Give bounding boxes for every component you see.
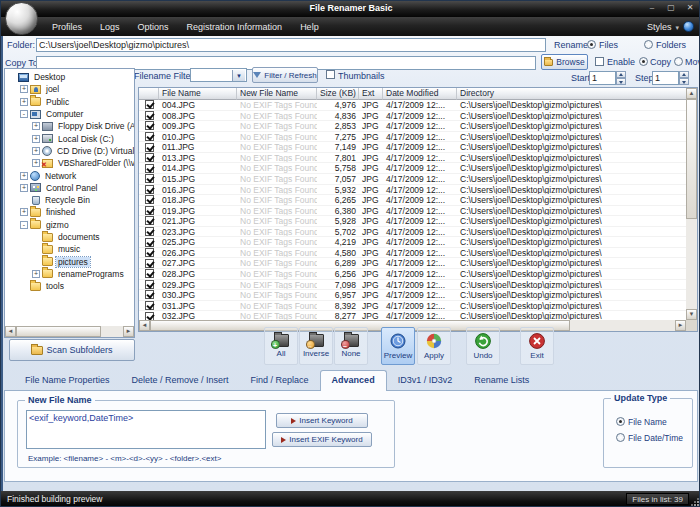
table-row[interactable]: 031.JPGNo EXIF Tags Found8,392JPG4/17/20… xyxy=(139,301,686,312)
tree-expander-icon[interactable]: + xyxy=(32,147,40,155)
header-checkbox-column[interactable] xyxy=(139,88,159,100)
table-row[interactable]: 030.JPGNo EXIF Tags Found6,957JPG4/17/20… xyxy=(139,290,686,301)
tree-expander-icon[interactable]: + xyxy=(20,172,28,180)
table-row[interactable]: 023.JPGNo EXIF Tags Found5,702JPG4/17/20… xyxy=(139,227,686,238)
tab-find-replace[interactable]: Find / Replace xyxy=(240,371,320,390)
table-row[interactable]: 025.JPGNo EXIF Tags Found4,219JPG4/17/20… xyxy=(139,237,686,248)
tree-item-vbsharedfolder-vboxsvr-2[interactable]: +VBSharedFolder (\\vboxsvr) (2 xyxy=(5,157,134,169)
tree-item-desktop[interactable]: Desktop xyxy=(5,71,134,83)
tree-item-joel[interactable]: +joel xyxy=(5,83,134,95)
table-row[interactable]: 032.JPGNo EXIF Tags Found8,277JPG4/17/20… xyxy=(139,311,686,320)
move-label[interactable]: Move xyxy=(685,57,700,67)
select-all-button[interactable]: All xyxy=(264,327,298,365)
rename-files-radio[interactable] xyxy=(587,40,596,49)
insert-keyword-button[interactable]: Insert Keyword xyxy=(276,413,368,428)
spin-up-icon[interactable] xyxy=(679,71,689,78)
row-checkbox[interactable] xyxy=(145,312,154,320)
tree-expander-icon[interactable]: + xyxy=(32,159,40,167)
scroll-right-icon[interactable] xyxy=(123,326,134,337)
row-checkbox[interactable] xyxy=(145,143,154,152)
row-checkbox[interactable] xyxy=(145,227,154,236)
menu-logs[interactable]: Logs xyxy=(91,20,129,34)
step-input[interactable] xyxy=(652,71,679,85)
table-row[interactable]: 016.JPGNo EXIF Tags Found5,932JPG4/17/20… xyxy=(139,185,686,196)
folder-input[interactable] xyxy=(36,38,546,52)
row-checkbox[interactable] xyxy=(145,174,154,183)
scroll-left-icon[interactable] xyxy=(5,326,16,337)
header-date-modified[interactable]: Date Modified xyxy=(383,88,457,100)
copy-label[interactable]: Copy xyxy=(650,57,671,67)
select-inverse-button[interactable]: Inverse xyxy=(299,327,333,365)
scrollbar-track[interactable] xyxy=(570,320,675,331)
rename-files-label[interactable]: Files xyxy=(599,40,618,50)
update-file-datetime-radio[interactable] xyxy=(616,433,625,442)
undo-button[interactable]: Undo xyxy=(466,327,500,365)
tab-advanced[interactable]: Advanced xyxy=(320,370,387,391)
tree-expander-icon[interactable]: + xyxy=(20,98,28,106)
menu-profiles[interactable]: Profiles xyxy=(43,20,91,34)
browse-button[interactable]: Browse xyxy=(541,54,588,70)
maximize-button-icon[interactable] xyxy=(666,2,676,13)
rename-folders-label[interactable]: Folders xyxy=(656,40,686,50)
tab-rename-lists[interactable]: Rename Lists xyxy=(463,371,540,390)
tree-item-finished[interactable]: +finished xyxy=(5,206,134,218)
app-logo-icon[interactable] xyxy=(5,2,38,35)
enable-label[interactable]: Enable xyxy=(607,57,635,67)
scrollbar-thumb[interactable] xyxy=(686,99,697,219)
row-checkbox[interactable] xyxy=(145,206,154,215)
minimize-button-icon[interactable] xyxy=(647,2,657,13)
tree-item-network[interactable]: +Network xyxy=(5,169,134,181)
thumbnails-label[interactable]: Thumbnails xyxy=(338,71,385,81)
table-row[interactable]: 011.JPGNo EXIF Tags Found7,149JPG4/17/20… xyxy=(139,142,686,153)
table-row[interactable]: 013.JPGNo EXIF Tags Found7,801JPG4/17/20… xyxy=(139,153,686,164)
start-spinner[interactable] xyxy=(616,71,626,85)
table-row[interactable]: 014.JPGNo EXIF Tags Found5,758JPG4/17/20… xyxy=(139,163,686,174)
table-row[interactable]: 021.JPGNo EXIF Tags Found5,928JPG4/17/20… xyxy=(139,216,686,227)
row-checkbox[interactable] xyxy=(145,111,154,120)
menu-options[interactable]: Options xyxy=(129,20,178,34)
header-file-name[interactable]: File Name xyxy=(159,88,237,100)
enable-checkbox[interactable] xyxy=(595,57,604,66)
tree-item-music[interactable]: music xyxy=(5,243,134,255)
thumbnails-checkbox[interactable] xyxy=(326,70,335,79)
tree-expander-icon[interactable]: + xyxy=(32,270,40,278)
tree-item-computer[interactable]: -Computer xyxy=(5,108,134,120)
scrollbar-track[interactable] xyxy=(101,326,123,337)
row-checkbox[interactable] xyxy=(145,100,154,109)
update-file-name-label[interactable]: File Name xyxy=(628,417,667,427)
apply-button[interactable]: Apply xyxy=(417,327,451,365)
filename-filter-dropdown[interactable] xyxy=(190,68,247,82)
scroll-right-icon[interactable] xyxy=(675,320,686,331)
start-input[interactable] xyxy=(589,71,616,85)
tree-item-tools[interactable]: tools xyxy=(5,280,134,292)
row-checkbox[interactable] xyxy=(145,269,154,278)
header-ext[interactable]: Ext xyxy=(359,88,383,100)
header-directory[interactable]: Directory xyxy=(457,88,686,100)
table-row[interactable]: 004.JPGNo EXIF Tags Found4,976JPG4/17/20… xyxy=(139,100,686,111)
table-row[interactable]: 028.JPGNo EXIF Tags Found6,256JPG4/17/20… xyxy=(139,269,686,280)
tree-expander-icon[interactable]: - xyxy=(20,221,28,229)
table-row[interactable]: 029.JPGNo EXIF Tags Found7,098JPG4/17/20… xyxy=(139,280,686,291)
row-checkbox[interactable] xyxy=(145,248,154,257)
row-checkbox[interactable] xyxy=(145,153,154,162)
tree-expander-icon[interactable]: - xyxy=(20,110,28,118)
scroll-down-icon[interactable] xyxy=(686,309,697,320)
tree-expander-icon[interactable]: + xyxy=(20,85,28,93)
row-checkbox[interactable] xyxy=(145,185,154,194)
table-row[interactable]: 015.JPGNo EXIF Tags Found7,057JPG4/17/20… xyxy=(139,174,686,185)
table-vertical-scrollbar[interactable] xyxy=(686,88,697,320)
table-row[interactable]: 019.JPGNo EXIF Tags Found6,380JPG4/17/20… xyxy=(139,206,686,217)
tree-item-local-disk-c[interactable]: +Local Disk (C:) xyxy=(5,132,134,144)
copy-radio[interactable] xyxy=(639,57,648,66)
table-row[interactable]: 026.JPGNo EXIF Tags Found4,580JPG4/17/20… xyxy=(139,248,686,259)
scroll-up-icon[interactable] xyxy=(686,88,697,99)
update-file-datetime-label[interactable]: File Date/Time xyxy=(628,433,683,443)
tab-delete-remove-insert[interactable]: Delete / Remove / Insert xyxy=(121,371,240,390)
preview-button[interactable]: Preview xyxy=(381,327,415,365)
table-row[interactable]: 018.JPGNo EXIF Tags Found6,265JPG4/17/20… xyxy=(139,195,686,206)
tree-item-cd-drive-d-virtualbox-guest[interactable]: +CD Drive (D:) VirtualBox Guest xyxy=(5,145,134,157)
row-checkbox[interactable] xyxy=(145,259,154,268)
resize-grip[interactable] xyxy=(690,497,699,506)
header-size[interactable]: Size (KB) xyxy=(317,88,359,100)
tree-item-documents[interactable]: documents xyxy=(5,231,134,243)
